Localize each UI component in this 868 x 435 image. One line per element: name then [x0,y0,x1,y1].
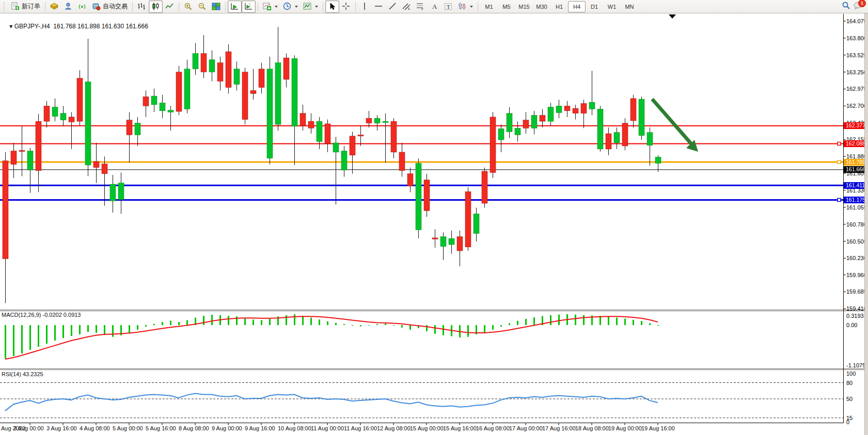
chart-bars-icon [137,2,146,11]
toolbar-separator [258,2,258,11]
signals-icon [78,2,87,11]
chart-context-icon[interactable]: ▾ [9,23,14,30]
notification-count-badge: 1 [858,0,866,7]
timeframe-m5-button[interactable]: M5 [498,1,515,12]
autotrade-button-label: 自动交易 [103,2,128,11]
time-tick-label: 5 Aug 16:00 [146,425,176,431]
indicators-button[interactable] [260,1,280,13]
rsi-axis-label: 80 [846,380,853,386]
pane-separators[interactable] [0,310,868,370]
time-tick-label: 9 Aug 00:00 [212,425,242,431]
chart-shift-icon [244,2,253,11]
search-icon [842,1,850,10]
fibonacci-button[interactable]: F [414,1,428,13]
toolbar-separator [179,2,179,11]
label-button[interactable]: T [441,1,455,13]
hline-161.789[interactable] [0,160,843,164]
channel-button[interactable]: E [400,1,414,13]
hline-161.175[interactable] [0,198,843,201]
crosshair-button[interactable] [339,1,353,13]
text-button[interactable]: A [428,1,441,13]
rsi-axis-label: 50 [846,396,853,402]
svg-text:E: E [408,7,410,10]
templates-button[interactable] [301,1,321,13]
chart-candles-button[interactable] [149,1,163,13]
quote-high: 161.898 [77,23,100,30]
time-tick-label: 9 Aug 16:00 [245,425,275,431]
zoom-in-button[interactable] [181,1,195,13]
vline-button[interactable] [358,1,372,13]
price-tick-label: 160.780 [846,221,867,228]
price-tick-label: 162.975 [846,86,867,92]
timeframe-m1-button[interactable]: M1 [480,1,498,12]
time-tick-label: 4 Aug 08:00 [80,425,110,431]
indicators-icon [263,2,272,11]
time-tick-label: 3 Aug 00:00 [13,425,44,431]
chart-shift-button[interactable] [242,1,256,13]
dropdown-caret-icon[interactable] [470,6,473,8]
time-tick-label: 15 Aug 16:00 [443,425,477,431]
time-tick-label: 19 Aug 16:00 [641,425,675,431]
quote-low: 161.630 [102,23,124,30]
text-a-icon: A [430,2,439,11]
svg-text:F: F [421,8,423,11]
top-triangle-marker[interactable] [669,14,676,19]
toolbar-handle [4,2,7,11]
macd-label: MACD(12,26,9) -0.0202 0.0913 [2,312,81,318]
time-tick-label: 18 Aug 08:00 [575,425,609,431]
trendline-icon [388,2,397,11]
quote-close: 161.666 [126,23,148,30]
notifications-button[interactable]: 1 [854,2,863,12]
trendline-button[interactable] [386,1,400,13]
hline-icon [374,2,383,11]
auto-scroll-icon [230,2,239,11]
auto-scroll-button[interactable] [228,1,242,13]
timeframe-mn-button[interactable]: MN [621,1,638,12]
autotrade-icon [92,2,101,11]
timeframe-h1-button[interactable]: H1 [550,1,568,12]
chart-surface[interactable] [0,0,868,435]
macd-signal-line [5,316,658,359]
search-button[interactable] [842,1,850,12]
svg-text:A: A [432,3,437,10]
navigator-button[interactable] [61,1,75,13]
price-tick-label: 163.250 [846,69,867,75]
time-tick-label: 8 Aug 08:00 [179,425,209,431]
time-tick-label: 19 Aug 00:00 [608,425,642,431]
price-tick-label: 162.700 [846,103,867,109]
timeframe-w1-button[interactable]: W1 [603,1,621,12]
tile-windows-button[interactable] [209,1,223,13]
rsi-line [5,394,658,411]
toolbar-separator [323,2,323,11]
dropdown-caret-icon[interactable] [315,6,318,8]
time-tick-label: 10 Aug 08:00 [278,425,311,431]
price-tick-label: 160.505 [846,238,867,245]
hline-button[interactable] [372,1,386,13]
toolbar-separator [478,2,478,11]
svg-text:T: T [447,4,450,10]
cursor-button[interactable] [325,1,339,13]
dropdown-caret-icon[interactable] [295,6,298,8]
time-tick-label: 11 Aug 16:00 [344,425,377,431]
timeframe-d1-button[interactable]: D1 [586,1,603,12]
autotrade-button[interactable]: 自动交易 [89,1,130,13]
time-tick-label: 5 Aug 00:00 [113,425,143,431]
hline-162.088[interactable] [0,142,843,145]
timeframe-h4-button[interactable]: H4 [568,1,586,12]
time-tick-label: 3 Aug 16:00 [46,425,77,431]
chart-bars-button[interactable] [135,1,149,13]
timeframe-m15-button[interactable]: M15 [515,1,533,12]
new-order-button[interactable]: 新订单 [8,1,43,13]
dropdown-caret-icon[interactable] [275,6,278,8]
signals-button[interactable] [75,1,89,13]
shapes-button[interactable] [455,1,476,13]
zoom-out-button[interactable] [195,1,209,13]
price-tick-label: 163.800 [846,35,867,41]
timeframe-m30-button[interactable]: M30 [533,1,550,12]
periods-button[interactable] [280,1,301,13]
navigator-icon [64,2,73,11]
chart-line-button[interactable] [163,1,177,13]
market-watch-button[interactable] [48,1,61,13]
chart-line-icon [165,2,174,11]
chart-candles-icon [151,2,160,11]
